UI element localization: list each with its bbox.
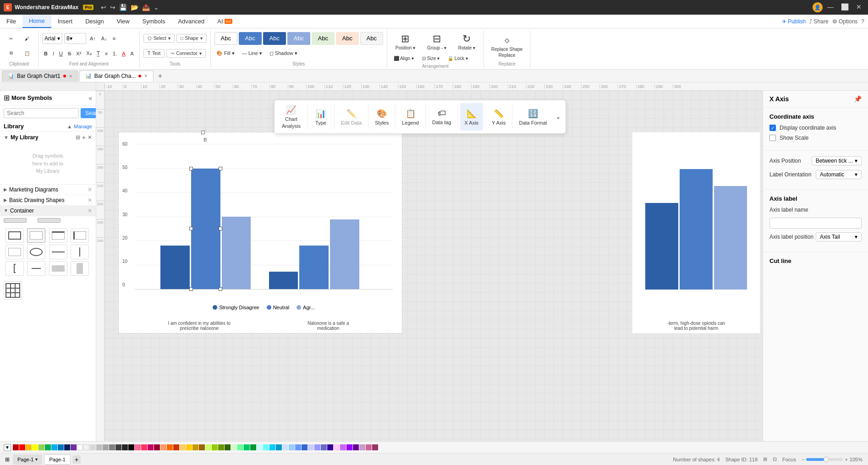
color-swatch-purple[interactable] [71, 444, 77, 450]
pin-icon[interactable]: 📌 [854, 95, 862, 103]
color-swatch-gray[interactable] [96, 444, 102, 450]
color-swatch-darkgold[interactable] [192, 444, 198, 450]
align-btn[interactable]: ⬛ Align ▾ [391, 54, 417, 63]
font-increase-btn[interactable]: A↑ [88, 35, 98, 42]
format-painter-btn[interactable]: 🖌 [20, 34, 34, 43]
color-swatch-periwinkle[interactable] [295, 444, 301, 450]
color-swatch-white[interactable] [77, 444, 83, 450]
color-swatch-cornflower[interactable] [289, 444, 295, 450]
font-decrease-btn[interactable]: A↓ [99, 35, 109, 42]
redo-btn[interactable]: ↪ [110, 4, 115, 11]
page-tab-2[interactable]: Page-1 [44, 454, 70, 465]
font-color-btn[interactable]: A [120, 50, 127, 57]
bullet-list-btn[interactable]: ≡ [103, 50, 110, 57]
maximize-btn[interactable]: ⬜ [838, 2, 852, 12]
color-swatch-orange[interactable] [26, 444, 32, 450]
help-btn[interactable]: ? [861, 18, 864, 25]
x-axis-btn[interactable]: 📐 X Axis [460, 103, 483, 131]
style-abc-2[interactable]: Abc [263, 32, 286, 45]
shape-rect4[interactable] [71, 228, 89, 243]
color-swatch-lightblue[interactable] [51, 444, 57, 450]
shape-rect[interactable] [5, 228, 24, 243]
container-category-header[interactable]: ▼ Container ✕ [0, 206, 96, 216]
color-swatch-burnt[interactable] [173, 444, 179, 450]
bar-handle-tl[interactable] [189, 167, 193, 170]
lock-btn[interactable]: 🔒 Lock ▾ [445, 54, 471, 63]
toolbar-expand-btn[interactable]: ⌄ [554, 103, 563, 131]
bar-handle-mr[interactable] [219, 227, 222, 230]
color-swatch-blue[interactable] [58, 444, 64, 450]
style-abc-4[interactable]: Abc [312, 32, 335, 45]
color-swatch-darkorange[interactable] [167, 444, 173, 450]
clear-format-btn[interactable]: T̲ [95, 49, 102, 57]
bar-handle-br[interactable] [219, 287, 222, 291]
font-family-selector[interactable]: Arial ▾ [42, 33, 62, 44]
color-swatch-darkolive[interactable] [225, 444, 231, 450]
bar-2-2[interactable] [299, 246, 329, 289]
color-swatch-darkviolet[interactable] [353, 444, 359, 450]
shape-line-v[interactable] [71, 245, 89, 259]
doc-tab-0[interactable]: 📊 Bar Graph Chart1 ✕ [2, 71, 78, 82]
color-swatch-hotpink[interactable] [141, 444, 147, 450]
color-swatch-darkpink[interactable] [148, 444, 154, 450]
size-btn[interactable]: ⊡ Size ▾ [419, 54, 442, 63]
color-swatch-lightgray2[interactable] [90, 444, 96, 450]
label-orientation-selector[interactable]: Automatic ▾ [816, 170, 862, 179]
color-arrow-btn[interactable]: ▼ [4, 444, 11, 451]
color-swatch-olive[interactable] [218, 444, 224, 450]
display-coord-checkbox[interactable]: ✓ [769, 125, 776, 131]
more-btn[interactable]: ⌄ [154, 4, 159, 11]
color-swatch-darkgray[interactable] [115, 444, 121, 450]
menu-symbols[interactable]: Symbols [136, 15, 172, 28]
shadow-btn[interactable]: ◻ Shadow ▾ [268, 49, 299, 57]
color-swatch-green[interactable] [45, 444, 51, 450]
color-swatch-darkred[interactable] [13, 444, 19, 450]
color-swatch-mintgreen[interactable] [231, 444, 237, 450]
menu-design[interactable]: Design [79, 15, 110, 28]
font-size-selector[interactable]: 8 ▾ [64, 33, 86, 44]
close-btn[interactable]: ✕ [853, 2, 864, 12]
select-tool-btn[interactable]: ⬡ Select ▾ [143, 34, 175, 43]
position-btn[interactable]: ⊞ Position ▾ [391, 31, 420, 52]
color-swatch-cyan[interactable] [263, 444, 269, 450]
add-tab-btn[interactable]: + [154, 71, 165, 82]
publish-btn[interactable]: ✈ Publish [782, 18, 806, 25]
shape-line-h[interactable] [49, 245, 67, 259]
show-scale-checkbox[interactable] [769, 135, 776, 141]
color-swatch-lightgray1[interactable] [83, 444, 89, 450]
color-swatch-springgreen[interactable] [237, 444, 243, 450]
shape-bracket-l[interactable] [5, 261, 24, 276]
data-tag-btn[interactable]: 🏷 Data tag [428, 103, 456, 131]
bar-handle-bl[interactable] [189, 287, 193, 291]
subscript-btn[interactable]: X₂ [84, 49, 93, 57]
my-library-add-btn[interactable]: + [82, 134, 86, 141]
rotate-btn[interactable]: ↻ Rotate ▾ [454, 31, 480, 52]
menu-advanced[interactable]: Advanced [171, 15, 211, 28]
chart-analysis-btn[interactable]: 📈 Chart Analysis [277, 103, 305, 131]
align-btn[interactable]: ≡ [111, 35, 117, 42]
shape-rect5[interactable] [5, 245, 24, 259]
menu-ai[interactable]: AI hot [211, 15, 238, 28]
color-swatch-plum[interactable] [359, 444, 365, 450]
color-swatch-darkblue[interactable] [64, 444, 70, 450]
category-close-marketing[interactable]: ✕ [88, 186, 92, 193]
fill-btn[interactable]: 🎨 Fill ▾ [214, 49, 236, 57]
my-library-close-btn[interactable]: ✕ [88, 134, 92, 141]
color-swatch-pink2[interactable] [334, 444, 340, 450]
group-btn[interactable]: ⊟ Group - ▾ [423, 31, 451, 52]
shape-tool-btn[interactable]: □ Shape ▾ [176, 34, 207, 43]
selection-handle-top[interactable] [201, 131, 205, 134]
color-swatch-steelblue[interactable] [276, 444, 282, 450]
share-btn[interactable]: ⤴ Share [809, 18, 828, 25]
numbered-list-btn[interactable]: 1. [111, 50, 119, 57]
chart-type-btn[interactable]: 📊 Type [309, 103, 332, 131]
paste-btn[interactable]: 📋 [20, 49, 34, 58]
color-swatch-forestgreen[interactable] [250, 444, 256, 450]
options-btn[interactable]: ⚙ Options [832, 18, 858, 25]
zoom-slider[interactable] [806, 458, 843, 461]
connector-tool-btn[interactable]: ⤳ Connector ▾ [166, 49, 205, 58]
menu-home[interactable]: Home [22, 15, 51, 28]
color-swatch-crimson[interactable] [154, 444, 160, 450]
copy-btn[interactable]: ⧉ [4, 49, 18, 58]
superscript-btn[interactable]: X² [74, 50, 83, 57]
